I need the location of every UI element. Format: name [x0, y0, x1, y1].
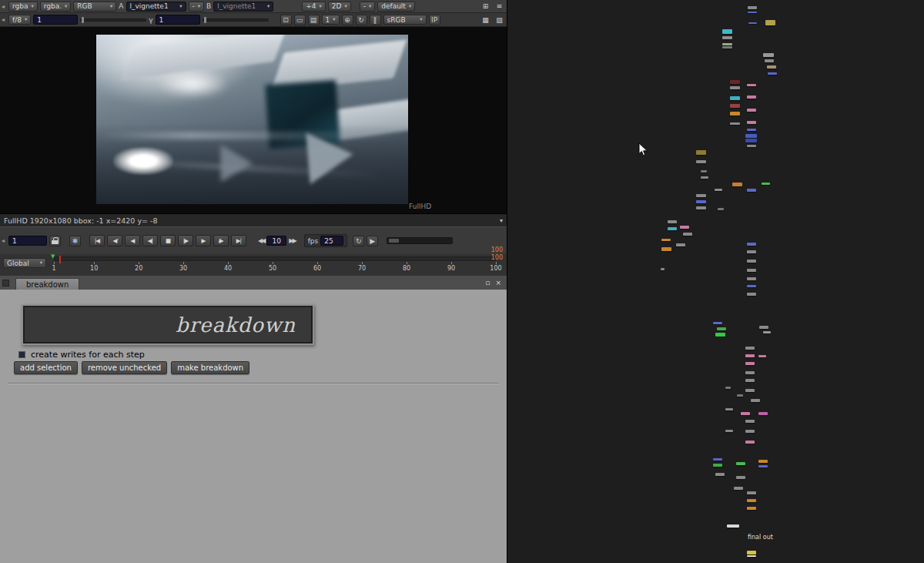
step-back-button[interactable]: ◀|	[142, 235, 158, 246]
refresh-icon[interactable]: ↻	[356, 15, 367, 25]
graph-node[interactable]	[696, 200, 706, 203]
graph-node[interactable]	[765, 59, 774, 62]
graph-node[interactable]	[736, 476, 745, 479]
gain-input[interactable]: 1	[33, 15, 78, 25]
prev-keyframe-button[interactable]: ◀⁄	[107, 235, 122, 246]
loop-icon[interactable]: ↻	[353, 236, 364, 246]
graph-node[interactable]	[759, 326, 768, 329]
graph-node[interactable]	[747, 499, 756, 502]
play-forward-button[interactable]: ▶	[196, 235, 211, 246]
graph-node[interactable]	[748, 22, 757, 24]
stereo-view-dropdown[interactable]: default▾	[377, 2, 415, 12]
remove-unchecked-button[interactable]: remove unchecked	[82, 361, 167, 374]
channels-dropdown[interactable]: rgba▾	[8, 2, 38, 12]
graph-node[interactable]	[747, 507, 756, 510]
graph-node[interactable]	[661, 268, 665, 270]
monitor-out-icon[interactable]: ▤	[308, 15, 320, 25]
graph-node[interactable]	[758, 460, 768, 463]
graph-node[interactable]	[730, 112, 740, 116]
tab-breakdown[interactable]: breakdown	[15, 278, 79, 290]
slider-handle[interactable]	[82, 17, 84, 23]
goto-start-button[interactable]: |◀	[89, 235, 105, 246]
wipe-mode-dropdown[interactable]: -▾	[189, 2, 205, 12]
menu-icon[interactable]: ≡	[494, 1, 505, 12]
graph-node[interactable]	[747, 293, 756, 296]
graph-node[interactable]	[745, 362, 755, 365]
add-selection-button[interactable]: add selection	[14, 361, 78, 374]
graph-node[interactable]	[748, 12, 757, 13]
graph-node[interactable]	[668, 220, 677, 223]
graph-node[interactable]	[722, 29, 732, 34]
gamma-slider[interactable]	[203, 18, 269, 22]
graph-node[interactable]	[730, 96, 740, 100]
graph-node[interactable]	[745, 379, 755, 382]
graph-node[interactable]	[747, 551, 756, 555]
graph-node[interactable]	[722, 46, 732, 49]
pause-icon[interactable]: ‖	[370, 15, 381, 25]
graph-node[interactable]	[747, 555, 756, 557]
graph-node[interactable]	[747, 243, 756, 246]
graph-node[interactable]	[747, 121, 756, 124]
graph-node[interactable]	[696, 150, 706, 155]
graph-node[interactable]	[680, 226, 689, 229]
graph-node[interactable]	[747, 84, 756, 86]
frame-increment-input[interactable]: 10	[266, 236, 286, 246]
graph-node[interactable]	[725, 430, 733, 432]
graph-node[interactable]	[747, 250, 756, 253]
timeline-groove[interactable]	[54, 256, 496, 261]
viewer-lut-dropdown[interactable]: sRGB▾	[383, 15, 427, 25]
graph-node[interactable]	[696, 206, 706, 209]
progress-handle[interactable]	[389, 239, 399, 243]
graph-node[interactable]	[661, 247, 671, 251]
graph-node[interactable]	[730, 86, 740, 89]
pane-splitter-icon[interactable]: ◂	[2, 3, 6, 10]
create-writes-checkbox[interactable]	[18, 351, 25, 358]
graph-node[interactable]	[745, 389, 755, 392]
graph-node[interactable]	[715, 473, 725, 476]
viewer-canvas[interactable]: FullHD	[0, 27, 507, 213]
graph-node[interactable]	[661, 239, 671, 241]
b-input-dropdown[interactable]: l_vignette1▾	[213, 2, 273, 12]
graph-node[interactable]	[732, 183, 742, 186]
graph-node[interactable]	[747, 285, 756, 287]
goto-end-button[interactable]: ▶|	[231, 235, 246, 246]
gain-slider[interactable]	[80, 18, 146, 22]
graph-node[interactable]	[768, 72, 777, 75]
stripes-icon[interactable]: ▨	[494, 15, 505, 25]
graph-node[interactable]	[748, 6, 757, 9]
graph-node[interactable]	[722, 36, 732, 39]
range-mode-dropdown[interactable]: Global▾	[3, 258, 46, 268]
graph-node[interactable]	[747, 260, 756, 263]
checker-icon[interactable]: ▦	[480, 15, 491, 25]
graph-node[interactable]	[683, 233, 692, 236]
timeline-ruler[interactable]: 1102030405060708090100	[54, 262, 496, 274]
graph-node[interactable]	[730, 80, 740, 84]
graph-node[interactable]	[747, 109, 756, 112]
graph-node[interactable]	[751, 399, 760, 402]
graph-node[interactable]	[668, 227, 677, 230]
step-forward-button[interactable]: |▶	[178, 235, 193, 246]
graph-node[interactable]	[747, 277, 756, 280]
rewind-icon[interactable]: ◀◀	[258, 237, 264, 244]
graph-node[interactable]	[747, 129, 756, 131]
graph-node[interactable]	[745, 139, 757, 142]
cache-progress-bar[interactable]	[387, 237, 453, 244]
graph-node[interactable]	[715, 189, 722, 191]
fps-input[interactable]: 25	[320, 236, 343, 246]
graph-node[interactable]	[745, 420, 755, 423]
graph-node[interactable]	[745, 441, 755, 444]
play-backward-button[interactable]: ◀	[125, 235, 140, 246]
graph-node[interactable]	[717, 327, 726, 330]
graph-node[interactable]	[725, 387, 731, 389]
roi-icon[interactable]: ▭	[294, 15, 306, 25]
graph-node[interactable]	[730, 104, 740, 108]
a-input-dropdown[interactable]: l_vignette1▾	[126, 2, 186, 12]
graph-node[interactable]	[745, 134, 757, 138]
graph-node[interactable]	[701, 176, 708, 179]
graph-node[interactable]	[696, 160, 706, 163]
pane-splitter-icon[interactable]: ◂	[2, 237, 6, 244]
graph-node[interactable]	[701, 170, 707, 173]
graph-node[interactable]	[763, 331, 771, 333]
graph-node[interactable]	[747, 96, 756, 99]
grid-icon[interactable]: ⊞	[480, 1, 491, 12]
